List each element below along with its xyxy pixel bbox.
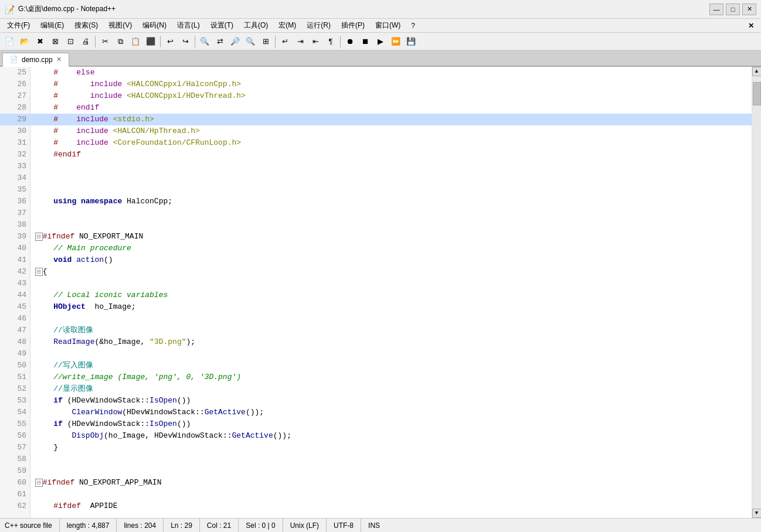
menu-settings[interactable]: 设置(T) [206, 19, 238, 32]
toolbar-undo[interactable]: ↩ [163, 35, 177, 49]
status-length: length : 4,887 [60, 519, 117, 532]
col-label: Col : 21 [207, 521, 231, 530]
code-line-35 [30, 184, 752, 196]
menu-tools[interactable]: 工具(O) [239, 19, 273, 32]
toolbar-new[interactable]: 📄 [2, 35, 16, 49]
encoding-label: UTF-8 [334, 521, 354, 530]
code-line-42: ⊟{ [30, 266, 752, 278]
fold-marker-39[interactable]: ⊟ [35, 233, 43, 241]
app-icon: 📝 [5, 5, 15, 14]
ins-label: INS [368, 521, 380, 530]
line-num-46: 46 [0, 313, 30, 325]
menu-language[interactable]: 语言(L) [172, 19, 205, 32]
menu-edit[interactable]: 编辑(E) [36, 19, 69, 32]
fold-marker-60[interactable]: ⊟ [35, 479, 43, 487]
toolbar-zoomreset[interactable]: ⊞ [259, 35, 273, 49]
line-num-47: 47 [0, 325, 30, 336]
toolbar-replace[interactable]: ⇄ [213, 35, 227, 49]
code-line-48: ReadImage(&ho_Image, "3D.png"); [30, 336, 752, 348]
menu-run[interactable]: 运行(R) [302, 19, 335, 32]
toolbar-closeothers[interactable]: ⊡ [63, 35, 77, 49]
toolbar-macro-save[interactable]: 💾 [404, 35, 418, 49]
status-line-ending: Unix (LF) [283, 519, 327, 532]
line-num-51: 51 [0, 371, 30, 383]
toolbar-indent[interactable]: ⇥ [293, 35, 307, 49]
menu-encoding[interactable]: 编码(N) [138, 19, 171, 32]
menu-macro[interactable]: 宏(M) [274, 19, 301, 32]
code-line-49 [30, 348, 752, 360]
toolbar-paste[interactable]: 📋 [128, 35, 142, 49]
close-button[interactable]: ✕ [742, 4, 756, 15]
toolbar-zoomin[interactable]: 🔎 [228, 35, 242, 49]
code-line-52: //显示图像 [30, 383, 752, 395]
menu-view[interactable]: 视图(V) [104, 19, 137, 32]
code-line-59 [30, 465, 752, 477]
title-text: G:\桌面\demo.cpp - Notepad++ [18, 4, 115, 14]
code-line-27: # include <HALCONCppxl/HDevThread.h> [30, 90, 752, 102]
status-bar: C++ source file length : 4,887 lines : 2… [0, 518, 761, 532]
scroll-down-button[interactable]: ▼ [752, 509, 762, 518]
status-col: Col : 21 [200, 519, 239, 532]
line-num-42: 42 [0, 266, 30, 278]
scroll-track[interactable] [752, 76, 762, 509]
editor-container: 25 26 27 28 29 30 31 32 33 34 35 36 37 3… [0, 67, 761, 518]
toolbar-sep-3 [195, 36, 195, 47]
menu-window[interactable]: 窗口(W) [371, 19, 405, 32]
toolbar-outdent[interactable]: ⇤ [308, 35, 322, 49]
toolbar-print[interactable]: 🖨 [79, 35, 93, 49]
code-line-55: if (HDevWindowStack::IsOpen()) [30, 418, 752, 430]
toolbar-find[interactable]: 🔍 [198, 35, 212, 49]
code-line-28: # endif [30, 102, 752, 114]
toolbar-zoomout[interactable]: 🔍 [243, 35, 257, 49]
line-num-28: 28 [0, 102, 30, 114]
menu-file[interactable]: 文件(F) [2, 19, 35, 32]
toolbar-selectall[interactable]: ⬛ [144, 35, 158, 49]
line-num-40: 40 [0, 243, 30, 254]
line-num-50: 50 [0, 360, 30, 371]
menu-search[interactable]: 搜索(S) [70, 19, 103, 32]
toolbar-whitespace[interactable]: ¶ [324, 35, 338, 49]
file-type-label: C++ source file [5, 521, 52, 530]
code-line-62: #ifdef APPIDE [30, 500, 752, 512]
toolbar-wordwrap[interactable]: ↵ [278, 35, 292, 49]
line-num-37: 37 [0, 207, 30, 219]
ln-label: Ln : 29 [171, 521, 192, 530]
code-area[interactable]: # else # include <HALCONCppxl/HalconCpp.… [30, 67, 752, 518]
tab-close-button[interactable]: ✕ [56, 56, 62, 63]
toolbar-macro-run[interactable]: ⏩ [389, 35, 403, 49]
close-panel-button[interactable]: ✕ [743, 21, 759, 31]
line-num-43: 43 [0, 278, 30, 289]
line-num-54: 54 [0, 407, 30, 418]
menu-plugins[interactable]: 插件(P) [337, 19, 369, 32]
toolbar-macro-record[interactable]: ⏺ [343, 35, 357, 49]
menu-help[interactable]: ? [406, 21, 420, 31]
toolbar-macro-stop[interactable]: ⏹ [358, 35, 372, 49]
line-num-57: 57 [0, 442, 30, 453]
code-line-37 [30, 207, 752, 219]
code-line-58 [30, 453, 752, 465]
toolbar-sep-1 [95, 36, 96, 47]
tab-demo-cpp[interactable]: 📄 demo.cpp ✕ [2, 53, 69, 67]
code-line-40: // Main procedure [30, 243, 752, 254]
code-line-53: if (HDevWindowStack::IsOpen()) [30, 395, 752, 407]
scroll-up-button[interactable]: ▲ [752, 67, 762, 76]
toolbar-close[interactable]: ✖ [33, 35, 47, 49]
code-line-54: ClearWindow(HDevWindowStack::GetActive()… [30, 407, 752, 418]
toolbar-cut[interactable]: ✂ [98, 35, 112, 49]
toolbar-redo[interactable]: ↪ [178, 35, 192, 49]
toolbar-copy[interactable]: ⧉ [113, 35, 127, 49]
toolbar-closeall[interactable]: ⊠ [48, 35, 62, 49]
line-num-52: 52 [0, 383, 30, 395]
scroll-thumb[interactable] [753, 82, 761, 105]
toolbar-open[interactable]: 📂 [18, 35, 32, 49]
code-line-29: # include <stdio.h> [30, 114, 752, 125]
title-bar-controls: — □ ✕ [709, 4, 756, 15]
maximize-button[interactable]: □ [726, 4, 740, 15]
code-line-56: DispObj(ho_Image, HDevWindowStack::GetAc… [30, 430, 752, 442]
sel-label: Sel : 0 | 0 [246, 521, 275, 530]
line-num-36: 36 [0, 196, 30, 207]
toolbar-macro-play[interactable]: ▶ [373, 35, 388, 49]
line-num-38: 38 [0, 219, 30, 231]
fold-marker-42[interactable]: ⊟ [35, 268, 43, 276]
minimize-button[interactable]: — [709, 4, 723, 15]
